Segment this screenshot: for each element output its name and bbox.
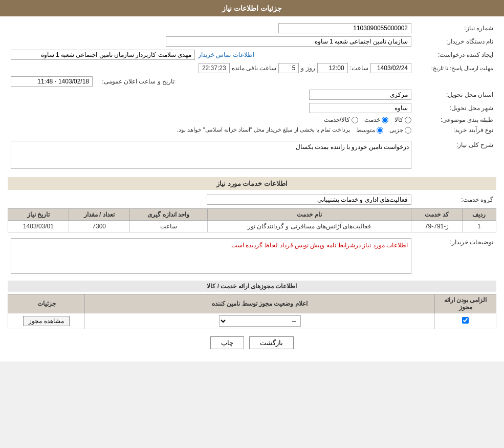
service-group-table: گروه خدمت: [8,193,496,206]
province-row: استان محل تحویل: [8,88,496,101]
purchase-moto-option[interactable]: متوسط [356,126,383,134]
perm-details-cell: مشاهده مجوز [8,313,85,329]
purchase-moto-radio[interactable] [377,127,383,134]
print-button[interactable]: چاپ [210,336,244,349]
category-both-label: کالا/خدمت [324,116,350,123]
purchase-jozi-option[interactable]: جزیی [389,126,411,134]
need-number-input[interactable] [278,23,411,33]
province-label: استان محل تحویل: [414,88,496,101]
category-khedmat-option[interactable]: خدمت [364,116,388,123]
buyer-notes-label: توضیحات خریدار: [414,237,496,275]
col-service-code: کد خدمت [411,209,462,221]
permits-table: الزامی بودن ارائه مجوز اعلام وضعیت مجوز … [8,294,496,329]
category-khedmat-radio[interactable] [382,117,388,123]
deadline-cell: ساعت: روز و ساعت باقی مانده 22:37:23 [8,61,414,75]
deadline-days-label: روز و [301,65,315,72]
buyer-org-cell [8,35,414,48]
province-cell [8,88,414,101]
perm-row-1: -- مشاهده مجوز [8,313,496,329]
announce-cell [8,75,96,88]
purchase-type-row: نوع فرآیند خرید: جزیی متوسط پرداخت ت [8,125,496,135]
contact-link[interactable]: اطلاعات تماس خریدار [198,51,254,58]
announce-label: تاریخ و ساعت اعلان عمومی: [96,75,178,88]
category-khedmat-label: خدمت [364,116,380,123]
category-label: طبقه بندی موضوعی: [414,115,496,125]
perm-col-details: جزئیات [8,294,85,313]
buyer-org-input[interactable] [166,36,411,47]
need-desc-label: شرح کلی نیاز: [414,139,496,172]
category-kala-label: کالا [395,116,403,123]
info-table: شماره نیاز: نام دستگاه خریدار: ایج [8,22,496,135]
services-section-header: اطلاعات خدمات مورد نیاز [8,177,496,190]
view-permit-button[interactable]: مشاهده مجوز [23,316,69,326]
services-table: ردیف کد خدمت نام خدمت واحد اندازه گیری ت… [8,208,496,232]
perm-col-status: اعلام وضعیت مجوز توسط نامین کننده [85,294,435,313]
perm-required-cell [435,313,496,329]
deadline-time-label: ساعت: [350,65,368,72]
permits-section-header: اطلاعات مجوزهای ارائه خدمت / کالا [8,281,496,292]
buyer-notes-table: توضیحات خریدار: اطلاعات مورد نیاز درشرای… [8,237,496,275]
category-cell: کالا خدمت کالا/خدمت [8,115,414,125]
buyer-org-label: نام دستگاه خریدار: [414,35,496,48]
services-table-header-row: ردیف کد خدمت نام خدمت واحد اندازه گیری ت… [8,209,496,221]
perm-col-required: الزامی بودن ارائه مجوز [435,294,496,313]
perm-status-cell: -- [85,313,435,329]
col-quantity: تعداد / مقدار [69,209,129,221]
city-label: شهر محل تحویل: [414,101,496,115]
perm-required-checkbox[interactable] [462,317,469,324]
purchase-jozi-label: جزیی [389,126,403,134]
category-both-radio[interactable] [352,117,358,123]
city-row: شهر محل تحویل: [8,101,496,115]
category-kala-option[interactable]: کالا [395,116,411,123]
announce-row: تاریخ و ساعت اعلان عمومی: [8,75,496,88]
need-desc-textarea[interactable]: درخواست تامین خودرو با راننده بمدت یکسال [11,141,411,169]
cell-unit: ساعت [129,221,207,232]
creator-label: ایجاد کننده درخواست: [414,48,496,61]
service-group-cell [8,193,414,206]
purchase-type-note: پرداخت تمام یا بخشی از مبلغ خریداز محل "… [177,126,350,133]
purchase-type-label: نوع فرآیند خرید: [414,125,496,135]
cell-row-num: 1 [462,221,496,232]
main-content: شماره نیاز: نام دستگاه خریدار: ایج [0,16,504,361]
buyer-notes-text: اطلاعات مورد نیاز درشرایط نامه وپیش نویس… [231,242,408,249]
deadline-remaining-value: 22:37:23 [199,63,230,73]
city-cell [8,101,414,115]
category-row: طبقه بندی موضوعی: کالا خدمت [8,115,496,125]
need-number-label: شماره نیاز: [414,22,496,35]
creator-input[interactable] [11,50,195,60]
deadline-label: مهلت ارسال پاسخ: تا تاریخ: [414,61,496,75]
buyer-notes-cell: اطلاعات مورد نیاز درشرایط نامه وپیش نویس… [8,237,414,275]
cell-service-name: فعالیت‌های آژانس‌های مسافرتی و گردانندگا… [207,221,411,232]
announce-input[interactable] [11,76,93,87]
cell-need-date: 1403/03/01 [8,221,69,232]
buyer-notes-row: توضیحات خریدار: اطلاعات مورد نیاز درشرای… [8,237,496,275]
col-unit: واحد اندازه گیری [129,209,207,221]
services-table-row: 1 ز-791-79 فعالیت‌های آژانس‌های مسافرتی … [8,221,496,232]
buyer-notes-content: اطلاعات مورد نیاز درشرایط نامه وپیش نویس… [11,238,411,274]
service-group-label: گروه خدمت: [414,193,496,206]
col-row-num: ردیف [462,209,496,221]
purchase-type-cell: جزیی متوسط پرداخت تمام یا بخشی از مبلغ خ… [8,125,414,135]
need-desc-row: شرح کلی نیاز: درخواست تامین خودرو با ران… [8,139,496,172]
deadline-date-input[interactable] [370,63,411,73]
need-number-cell [178,22,414,35]
creator-row: ایجاد کننده درخواست: اطلاعات تماس خریدار [8,48,496,61]
deadline-days-input[interactable] [278,63,299,73]
city-input[interactable] [309,103,411,113]
bottom-buttons: بازگشت چاپ [8,329,496,356]
category-both-option[interactable]: کالا/خدمت [324,116,358,123]
need-desc-cell: درخواست تامین خودرو با راننده بمدت یکسال [8,139,414,172]
category-kala-radio[interactable] [405,117,411,123]
page-wrapper: جزئیات اطلاعات نیاز شماره نیاز: نام دستگ… [0,0,504,361]
service-group-input[interactable] [207,195,411,205]
perm-status-select[interactable]: -- [219,315,301,327]
back-button[interactable]: بازگشت [249,336,294,349]
purchase-jozi-radio[interactable] [405,127,411,134]
need-number-row: شماره نیاز: [8,22,496,35]
deadline-time-input[interactable] [317,63,348,73]
need-desc-table: شرح کلی نیاز: درخواست تامین خودرو با ران… [8,139,496,172]
creator-cell: اطلاعات تماس خریدار [8,48,414,61]
cell-quantity: 7300 [69,221,129,232]
province-input[interactable] [309,90,411,100]
purchase-moto-label: متوسط [356,126,375,134]
